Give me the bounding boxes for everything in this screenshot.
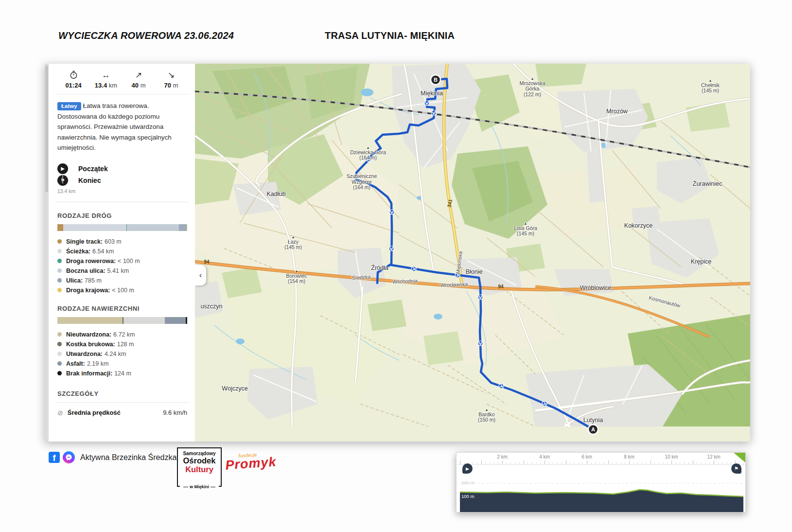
legend-dot (57, 268, 62, 273)
average-speed-value: 9.6 km/h (163, 409, 187, 416)
route-description: ŁatwyŁatwa trasa rowerowa. Dostosowana d… (57, 101, 187, 153)
svg-text:A: A (591, 426, 595, 432)
waypoint-start-label: Początek (78, 165, 108, 173)
profile-start-icon: ▶ (462, 463, 473, 474)
legend-row: Boczna ulica:5.41 km (57, 266, 187, 276)
distance-arrows-icon: ↔ (92, 71, 120, 80)
surface-types-bar (57, 317, 187, 324)
legend-row: Nieutwardzona:6.72 km (57, 330, 187, 339)
waypoint-start[interactable]: ▶ Początek (57, 163, 187, 175)
legend-label: Boczna ulica: (66, 267, 106, 274)
type-bar-segment (179, 224, 186, 231)
route-stats: 01:24 ↔ 13.4 km ↗ 40 m ↘ 70 m (57, 70, 187, 94)
legend-label: Ulica: (66, 277, 83, 284)
legend-row: Single track:603 m (57, 237, 187, 247)
average-speed-label: Średnia prędkość (68, 409, 121, 416)
legend-dot (57, 259, 62, 263)
difficulty-badge: Łatwy (57, 102, 81, 110)
legend-value: 603 m (105, 238, 122, 245)
social-page-label: Aktywna Brzezinka Średzka (80, 453, 176, 462)
waypoint-connector (62, 176, 63, 183)
waypoint-end[interactable]: ⚑ Koniec (57, 175, 187, 186)
type-bar-segment (63, 224, 126, 231)
stat-distance: ↔ 13.4 km (92, 71, 120, 89)
panel-corner-accent (734, 453, 745, 462)
legend-dot (57, 239, 62, 244)
legend-value: 6.54 km (92, 248, 114, 255)
sidebar-scrollbar[interactable] (45, 64, 49, 442)
average-speed-row: ⊘ Średnia prędkość 9.6 km/h (57, 409, 187, 417)
legend-row: Droga krajowa:< 100 m (57, 285, 187, 295)
gridline-200m-label: 200 m (461, 480, 474, 485)
legend-dot (57, 278, 62, 283)
divider (55, 402, 189, 403)
surface-types-heading: RODZAJE NAWIERZCHNI (57, 305, 187, 312)
footer-social: f Aktywna Brzezinka Średzka (49, 451, 176, 463)
legend-value: 2.19 km (87, 360, 108, 367)
route-planner-window: 01:24 ↔ 13.4 km ↗ 40 m ↘ 70 m ŁatwyŁatwa… (45, 64, 750, 442)
details-heading: SZCZEGÓŁY (57, 390, 187, 397)
page-title-right: TRASA LUTYNIA- MIĘKINIA (325, 30, 455, 41)
map-canvas: B A (195, 64, 750, 442)
waypoint-list: ▶ Początek ⚑ Koniec 13.4 km (57, 163, 187, 194)
route-sidebar: 01:24 ↔ 13.4 km ↗ 40 m ↘ 70 m ŁatwyŁatwa… (45, 64, 195, 442)
type-bar-segment (123, 317, 164, 324)
legend-row: Ulica:785 m (57, 276, 187, 285)
sok-logo-line2: Ośrodek (178, 456, 221, 465)
sidebar-scrollbar-thumb[interactable] (45, 66, 48, 192)
legend-label: Kostka brukowa: (66, 341, 115, 348)
legend-dot (57, 249, 62, 253)
elevation-profile-panel[interactable]: 2 km4 km6 km8 km10 km12 km 200 m 100 m ▶… (456, 452, 746, 513)
legend-row: Ścieżka:6.54 km (57, 247, 187, 256)
start-icon: ▶ (57, 163, 68, 174)
stat-duration: 01:24 (59, 71, 88, 89)
end-marker-b[interactable]: B (431, 75, 440, 85)
sok-logo-line4: w Miękini (180, 484, 219, 489)
road-types-bar (57, 224, 187, 231)
sidebar-collapse-button[interactable]: ‹ (195, 265, 206, 285)
duration-value: 01:24 (65, 82, 81, 89)
legend-row: Asfalt:2.19 km (57, 359, 187, 369)
divider (55, 94, 189, 94)
type-bar-segment (57, 224, 63, 231)
legend-value: 124 m (114, 370, 131, 377)
legend-value: 6.72 km (113, 331, 135, 338)
descent-value: 70 (164, 82, 171, 89)
svg-text:B: B (434, 77, 438, 83)
type-bar-segment (57, 317, 123, 324)
promyk-logo: fundacja Promyk (225, 450, 277, 471)
messenger-icon[interactable] (63, 451, 75, 463)
legend-dot (57, 352, 62, 356)
legend-row: Brak informacji:124 m (57, 369, 187, 378)
legend-label: Droga krajowa: (66, 287, 110, 294)
waypoint-end-distance: 13.4 km (57, 188, 187, 194)
elevation-chart (457, 453, 745, 512)
stopwatch-icon (59, 71, 88, 80)
distance-value: 13.4 (95, 82, 107, 89)
no-entry-icon: ⊘ (57, 409, 63, 417)
page-title-left: WYCIECZKA ROWEROWA 23.06.2024 (58, 30, 234, 41)
legend-row: Droga rowerowa:< 100 m (57, 256, 187, 266)
legend-value: < 100 m (118, 258, 140, 265)
legend-label: Brak informacji: (66, 370, 112, 377)
sok-logo-line3: Kultury (178, 465, 221, 474)
facebook-icon[interactable]: f (49, 452, 60, 463)
route-map[interactable]: B A MiękiniaMrozówŻurawiniecKokorzyceKrę… (195, 64, 750, 442)
legend-label: Nieutwardzona: (66, 331, 111, 338)
start-marker-a[interactable]: A (588, 425, 598, 434)
sok-logo-line1: Samorządowy (178, 451, 221, 456)
legend-value: 5.41 km (107, 267, 129, 274)
road-types-legend: Single track:603 mŚcieżka:6.54 kmDroga r… (57, 237, 187, 295)
legend-label: Ścieżka: (66, 248, 90, 255)
profile-end-icon: ⚑ (731, 463, 741, 474)
promyk-logo-big: Promyk (225, 456, 277, 471)
stat-ascent: ↗ 40 m (124, 71, 153, 89)
legend-dot (57, 361, 62, 366)
stat-descent: ↘ 70 m (157, 71, 185, 89)
legend-row: Kostka brukowa:128 m (57, 339, 187, 349)
legend-dot (57, 332, 62, 337)
ascent-arrow-icon: ↗ (124, 71, 153, 80)
ascent-value: 40 (132, 82, 139, 89)
surface-types-legend: Nieutwardzona:6.72 kmKostka brukowa:128 … (57, 330, 187, 378)
road-types-heading: RODZAJE DRÓG (57, 212, 187, 219)
